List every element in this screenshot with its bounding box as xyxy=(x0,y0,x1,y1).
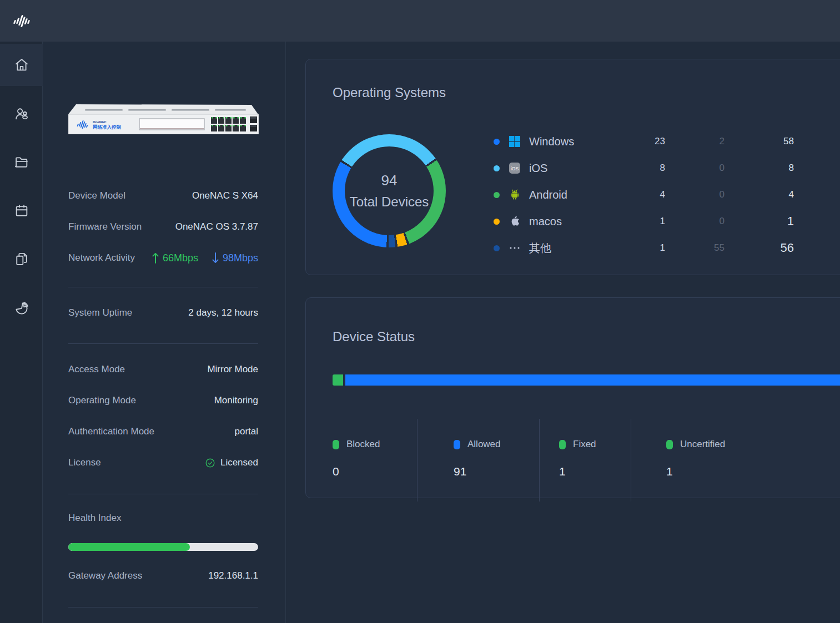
sidebar-item-reports[interactable] xyxy=(0,287,43,330)
divider xyxy=(68,607,258,607)
device-status-card: Device Status Blocked 0 Allowed 91 Fixed… xyxy=(305,297,840,498)
firmware-version-value: OneNAC OS 3.7.87 xyxy=(175,221,258,232)
network-activity-row: Network Activity 66Mbps 98Mbps xyxy=(68,251,258,265)
donut-total-label: Total Devices xyxy=(350,194,429,210)
os-count-total: 58 xyxy=(725,136,794,147)
windows-icon xyxy=(508,135,521,148)
ios-legend-dot xyxy=(494,165,500,171)
device-info-panel: OneNAC 网络准入控制 xyxy=(43,42,286,623)
other-legend-dot xyxy=(494,245,500,251)
operating-mode-label: Operating Mode xyxy=(68,395,136,406)
sidebar xyxy=(0,42,43,623)
os-legend-row-windows[interactable]: Windows 23 2 58 xyxy=(494,128,794,155)
access-mode-value: Mirror Mode xyxy=(207,364,258,375)
network-activity-label: Network Activity xyxy=(68,252,135,264)
sidebar-item-documents[interactable] xyxy=(0,238,43,280)
documents-icon xyxy=(14,251,29,267)
allowed-label: Allowed xyxy=(467,439,501,450)
os-legend-row-macos[interactable]: macos 1 0 1 xyxy=(494,208,794,235)
uncertified-value: 1 xyxy=(666,465,840,478)
sidebar-item-users[interactable] xyxy=(0,93,43,135)
os-donut-chart: 94 Total Devices xyxy=(333,134,446,247)
android-legend-dot xyxy=(494,192,500,198)
ios-icon: iOS xyxy=(508,161,521,175)
gateway-address-row: Gateway Address 192.168.1.1 xyxy=(68,569,258,583)
divider xyxy=(68,287,258,287)
download-speed: 98Mbps xyxy=(223,252,258,264)
pie-chart-icon xyxy=(14,301,29,316)
os-name: iOS xyxy=(529,162,623,175)
os-count-2: 55 xyxy=(665,242,725,254)
top-bar xyxy=(0,0,840,42)
fixed-value: 1 xyxy=(559,465,631,478)
home-icon xyxy=(14,57,29,73)
os-count-total: 1 xyxy=(725,214,794,229)
blocked-legend-dot xyxy=(333,440,339,449)
license-row: License Licensed xyxy=(68,456,258,469)
os-legend: Windows 23 2 58 iOS iOS 8 0 8 xyxy=(494,128,794,261)
os-count-1: 1 xyxy=(623,216,665,227)
blocked-value: 0 xyxy=(333,465,417,478)
os-count-total: 8 xyxy=(725,163,794,174)
allowed-legend-dot xyxy=(454,440,460,449)
os-count-2: 2 xyxy=(665,136,725,147)
os-count-total: 56 xyxy=(725,241,794,255)
gateway-address-label: Gateway Address xyxy=(68,570,142,581)
os-name: 其他 xyxy=(529,241,623,256)
device-status-legend: Blocked 0 Allowed 91 Fixed 1 Uncertified… xyxy=(333,419,840,502)
device-model-label: Device Model xyxy=(68,190,125,201)
sidebar-item-folders[interactable] xyxy=(0,141,43,183)
divider xyxy=(68,343,258,344)
uncertified-label: Uncertified xyxy=(680,439,725,450)
system-uptime-label: System Uptime xyxy=(68,307,132,318)
operating-systems-card: Operating Systems 94 Total Devices Windo… xyxy=(305,59,840,275)
device-model-row: Device Model OneNAC S X64 xyxy=(68,189,258,202)
device-status-title: Device Status xyxy=(333,329,415,345)
status-col-blocked: Blocked 0 xyxy=(333,419,417,502)
status-col-uncertified: Uncertified 1 xyxy=(631,419,840,502)
calendar-icon xyxy=(14,203,29,219)
access-mode-row: Access Mode Mirror Mode xyxy=(68,363,258,376)
status-bar-segment xyxy=(333,374,343,386)
health-index-bar xyxy=(68,543,258,551)
macos-legend-dot xyxy=(494,219,500,225)
firmware-version-row: Firmware Version OneNAC OS 3.7.87 xyxy=(68,220,258,234)
os-legend-row-ios[interactable]: iOS iOS 8 0 8 xyxy=(494,155,794,181)
sidebar-item-schedule[interactable] xyxy=(0,190,43,232)
device-status-bar xyxy=(333,374,840,386)
sidebar-item-home[interactable] xyxy=(0,44,43,86)
authentication-mode-row: Authentication Mode portal xyxy=(68,425,258,438)
allowed-value: 91 xyxy=(454,465,539,478)
svg-text:iOS: iOS xyxy=(511,166,519,171)
upload-arrow-icon xyxy=(152,252,159,264)
users-icon xyxy=(14,106,29,121)
os-count-total: 4 xyxy=(725,189,794,200)
license-value: Licensed xyxy=(220,457,258,468)
system-uptime-value: 2 days, 12 hours xyxy=(188,307,258,318)
status-col-fixed: Fixed 1 xyxy=(539,419,631,502)
authentication-mode-label: Authentication Mode xyxy=(68,426,154,437)
fixed-legend-dot xyxy=(559,440,566,449)
status-col-allowed: Allowed 91 xyxy=(417,419,539,502)
operating-systems-title: Operating Systems xyxy=(333,85,446,100)
os-legend-row-other[interactable]: 其他 1 55 56 xyxy=(494,235,794,261)
gateway-address-value: 192.168.1.1 xyxy=(208,570,258,581)
windows-legend-dot xyxy=(494,139,500,145)
health-progress-fill xyxy=(68,543,190,551)
check-circle-icon xyxy=(205,458,215,468)
svg-text:OneNAC: OneNAC xyxy=(93,120,107,124)
ellipsis-icon xyxy=(508,241,521,255)
system-uptime-row: System Uptime 2 days, 12 hours xyxy=(68,306,258,320)
os-count-1: 1 xyxy=(623,242,665,254)
device-model-value: OneNAC S X64 xyxy=(192,190,258,201)
blocked-label: Blocked xyxy=(346,439,380,450)
access-mode-label: Access Mode xyxy=(68,364,125,375)
operating-mode-row: Operating Mode Monitoring xyxy=(68,394,258,407)
operating-mode-value: Monitoring xyxy=(214,395,258,406)
donut-total-value: 94 xyxy=(381,172,398,189)
svg-text:网络准入控制: 网络准入控制 xyxy=(93,124,122,130)
os-legend-row-android[interactable]: Android 4 0 4 xyxy=(494,181,794,208)
status-bar-segment xyxy=(345,374,840,386)
os-name: Windows xyxy=(529,135,623,148)
app-logo[interactable] xyxy=(0,0,43,42)
